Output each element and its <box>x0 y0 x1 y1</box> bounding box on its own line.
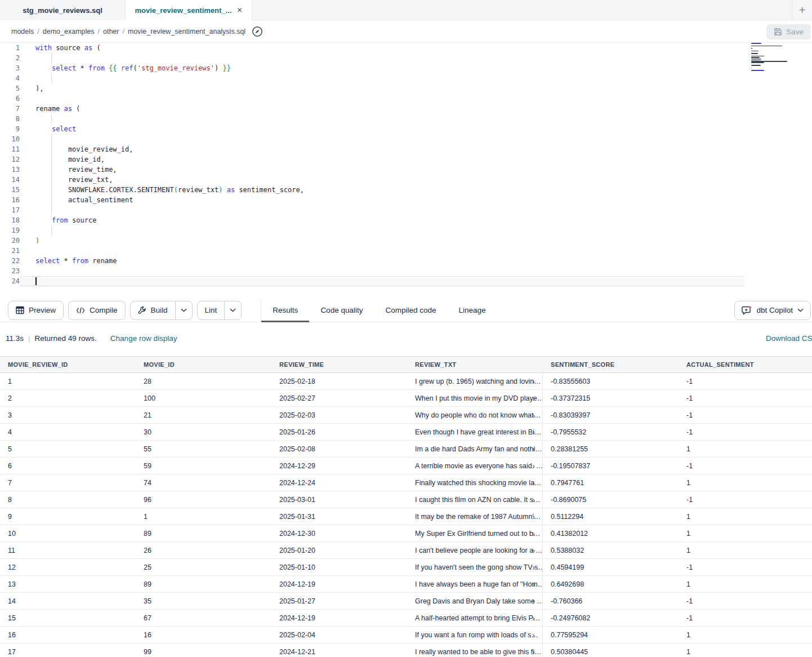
editor-minimap[interactable] <box>751 43 788 74</box>
table-row: 13892024-12-19I have always been a huge … <box>0 576 812 593</box>
expand-review-icon[interactable]: › <box>532 559 535 575</box>
expand-review-icon[interactable]: › <box>532 458 535 474</box>
indent-guide <box>51 205 52 215</box>
cell-value: 2025-02-03 <box>279 411 315 419</box>
review-txt-cell[interactable]: I caught this film on AZN on cable. It s… <box>407 491 543 508</box>
cell-value: 0.6492698 <box>551 580 584 588</box>
review-txt-cell[interactable]: If you want a fun romp with loads of s…› <box>407 627 543 643</box>
review-txt-cell[interactable]: I can't believe people are looking for a… <box>407 542 543 559</box>
code-editor[interactable]: 1with source as (23 select * from {{ ref… <box>0 43 812 299</box>
line-number: 14 <box>0 175 20 185</box>
expand-review-icon[interactable]: › <box>532 643 535 657</box>
expand-review-icon[interactable]: › <box>532 373 535 389</box>
cell-value: -1 <box>686 597 693 605</box>
table-cell: 8 <box>0 491 136 508</box>
build-button[interactable]: Build <box>131 301 175 319</box>
compass-icon[interactable] <box>251 25 264 38</box>
table-cell: 1 <box>679 525 812 542</box>
review-txt-cell[interactable]: My Super Ex Girlfriend turned out to b…› <box>407 525 543 542</box>
review-txt-cell[interactable]: I grew up (b. 1965) watching and lovin…› <box>407 373 543 390</box>
dbt-copilot-button[interactable]: dbt Copilot <box>734 301 811 320</box>
save-button[interactable]: Save <box>766 24 811 39</box>
cell-value: 10 <box>8 530 16 538</box>
save-label: Save <box>786 28 804 36</box>
lint-dropdown-button[interactable] <box>224 301 241 319</box>
expand-review-icon[interactable]: › <box>532 441 535 457</box>
review-txt-cell[interactable]: Why do people who do not know what…› <box>407 407 543 424</box>
indent-guide <box>51 225 52 236</box>
build-dropdown-button[interactable] <box>175 301 192 319</box>
expand-review-icon[interactable]: › <box>532 525 535 541</box>
editor-line: 9 select <box>0 124 812 134</box>
line-number: 6 <box>0 94 20 104</box>
table-cell: 9 <box>0 508 136 525</box>
code-token: as <box>84 44 92 52</box>
review-txt-cell[interactable]: Even though I have great interest in Bi…… <box>407 424 543 441</box>
review-txt-cell[interactable]: Finally watched this shocking movie la…› <box>407 474 543 491</box>
code-token: select <box>35 257 60 265</box>
expand-review-icon[interactable]: › <box>532 390 535 406</box>
table-cell: 2025-02-08 <box>271 441 407 458</box>
compile-button[interactable]: Compile <box>68 301 126 320</box>
tab-code-quality[interactable]: Code quality <box>309 299 374 322</box>
tab-results[interactable]: Results <box>261 299 309 322</box>
code-token: review_txt, <box>52 176 113 184</box>
cell-value: 1 <box>686 479 690 487</box>
change-row-display-link[interactable]: Change row display <box>110 334 177 343</box>
lint-button[interactable]: Lint <box>198 301 225 319</box>
expand-review-icon[interactable]: › <box>532 576 535 592</box>
tab-close-icon[interactable]: ✕ <box>237 6 242 14</box>
expand-review-icon[interactable]: › <box>532 491 535 508</box>
cell-value: 2025-01-20 <box>279 547 315 554</box>
code-token: from <box>88 64 105 72</box>
table-row: 14352025-01-27Greg Davis and Bryan Daly … <box>0 593 812 610</box>
table-cell: 2024-12-19 <box>271 576 407 593</box>
preview-button[interactable]: Preview <box>8 301 64 320</box>
editor-line: 3 select * from {{ ref('stg_movie_review… <box>0 63 812 73</box>
review-txt-cell[interactable]: If you haven't seen the gong show TV s…› <box>407 559 543 576</box>
editor-line: 10 <box>0 134 812 144</box>
file-tab-0[interactable]: stg_movie_reviews.sql <box>0 0 126 20</box>
download-csv-link[interactable]: Download CSV <box>766 334 812 343</box>
review-txt-cell[interactable]: A terrible movie as everyone has said. …… <box>407 458 543 474</box>
column-header-review_time: REVIEW_TIME <box>271 357 407 372</box>
cell-value: 89 <box>144 580 151 588</box>
expand-review-icon[interactable]: › <box>532 593 535 609</box>
cell-value: 0.77595294 <box>551 631 588 639</box>
review-txt-cell[interactable]: Greg Davis and Bryan Daly take some …› <box>407 593 543 610</box>
expand-review-icon[interactable]: › <box>532 542 535 558</box>
new-tab-button[interactable]: + <box>792 0 812 20</box>
expand-review-icon[interactable]: › <box>532 610 535 626</box>
review-txt-cell[interactable]: It may be the remake of 1987 Autumn'…› <box>407 508 543 525</box>
result-tab-label: Results <box>273 306 298 314</box>
editor-lines: 1with source as (23 select * from {{ ref… <box>0 43 812 286</box>
expand-review-icon[interactable]: › <box>532 627 535 643</box>
expand-review-icon[interactable]: › <box>532 424 535 440</box>
review-txt-cell[interactable]: I have always been a huge fan of "Hom…› <box>407 576 543 593</box>
cell-value: 2024-12-19 <box>279 614 315 622</box>
chevron-down-icon <box>230 308 236 312</box>
review-txt-cell[interactable]: I really wanted to be able to give this … <box>407 643 543 657</box>
review-txt-cell[interactable]: A half-hearted attempt to bring Elvis P…… <box>407 610 543 627</box>
expand-review-icon[interactable]: › <box>532 474 535 491</box>
table-row: 3212025-02-03Why do people who do not kn… <box>0 407 812 424</box>
review-txt-cell[interactable]: Im a die hard Dads Army fan and nothi…› <box>407 441 543 458</box>
expand-review-icon[interactable]: › <box>532 407 535 423</box>
review-txt-cell[interactable]: When I put this movie in my DVD playe…› <box>407 390 543 407</box>
cell-value: 12 <box>8 563 16 571</box>
file-tab-1-active[interactable]: movie_review_sentiment_...✕ <box>126 0 252 21</box>
editor-line: 5), <box>0 83 812 94</box>
line-number: 10 <box>0 134 20 144</box>
table-row: 6592024-12-29A terrible movie as everyon… <box>0 458 812 474</box>
cell-value: -0.24976082 <box>551 614 590 622</box>
expand-review-icon[interactable]: › <box>532 508 535 525</box>
cell-value: 59 <box>144 462 151 470</box>
tab-compiled-code[interactable]: Compiled code <box>374 299 447 322</box>
cell-value: 74 <box>144 479 151 487</box>
file-tab-label: stg_movie_reviews.sql <box>23 6 102 15</box>
cell-value: -0.760366 <box>551 597 582 605</box>
cell-value: I have always been a huge fan of "Hom… <box>415 580 543 588</box>
tab-lineage[interactable]: Lineage <box>448 299 497 322</box>
editor-line: 20) <box>0 236 812 246</box>
table-cell: -0.83039397 <box>543 407 679 424</box>
